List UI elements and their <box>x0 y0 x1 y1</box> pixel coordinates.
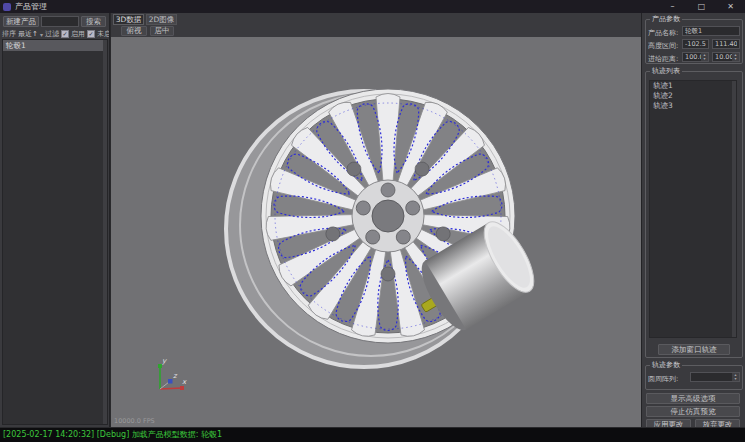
axis-x-label: x <box>182 378 187 386</box>
check-icon: ✓ <box>62 30 67 37</box>
feed-distance-label: 进给距离: <box>648 54 678 64</box>
sort-value-dropdown[interactable]: 最近↑ <box>18 29 38 39</box>
parameters-panel: 产品参数 产品名称: 高度区间: 进给距离: 100.00 ▴▾ 10.00 ▴… <box>641 13 745 427</box>
viewport-tab-bar: 3D数据 2D图像 俯视 居中 <box>111 13 641 37</box>
disabled-label: 未启用 <box>97 29 110 39</box>
height-max-input[interactable] <box>712 39 740 49</box>
tab-2d-image[interactable]: 2D图像 <box>146 14 177 25</box>
circular-array-label: 圆周阵列: <box>648 374 678 384</box>
list-item-product[interactable]: 轮毂1 <box>3 40 107 51</box>
height-range-label: 高度区间: <box>648 41 678 51</box>
disabled-checkbox[interactable]: ✓ <box>87 30 95 38</box>
app-icon <box>3 3 11 11</box>
product-name-label: 产品名称: <box>648 28 678 38</box>
close-button[interactable]: ✕ <box>716 0 745 13</box>
window-title: 产品管理 <box>15 0 47 13</box>
tab-3d-data[interactable]: 3D数据 <box>113 14 144 25</box>
title-bar: 产品管理 – □ ✕ <box>0 0 745 13</box>
add-track-button[interactable]: 添加窗口轨迹 <box>658 344 730 355</box>
axis-y-label: y <box>162 357 167 365</box>
maximize-icon: □ <box>698 2 706 11</box>
track-list-group: 轨迹列表 轨迹1 轨迹2 轨迹3 添加窗口轨迹 <box>645 71 743 358</box>
status-log-message: [2025-02-17 14:20:32] [Debug] 加载产品模型数据: … <box>3 430 222 439</box>
sort-label: 排序 <box>2 29 16 39</box>
product-name-input[interactable] <box>682 26 740 36</box>
discard-changes-button[interactable]: 放弃更改 <box>695 419 740 427</box>
new-product-button[interactable]: 新建产品 <box>3 16 39 27</box>
list-item-track[interactable]: 轨迹2 <box>650 91 736 101</box>
status-bar: [2025-02-17 14:20:32] [Debug] 加载产品模型数据: … <box>0 428 745 442</box>
center-view-button[interactable]: 居中 <box>150 26 174 36</box>
maximize-button[interactable]: □ <box>687 0 716 13</box>
height-min-input[interactable] <box>682 39 709 49</box>
viewport-3d[interactable]: y z x 10000.0 FPS <box>111 37 641 427</box>
product-panel: 新建产品 搜索 排序 最近↑ ▾ 过滤 ✓ 启用 ✓ 未启用 轮毂1 <box>0 13 110 427</box>
enabled-label: 启用 <box>71 29 85 39</box>
track-list-scrollbar[interactable] <box>732 81 736 337</box>
apply-changes-button[interactable]: 应用更改 <box>646 419 691 427</box>
spinner-arrows-icon[interactable]: ▴▾ <box>732 373 739 381</box>
track-list: 轨迹1 轨迹2 轨迹3 <box>649 80 737 338</box>
axis-gizmo: y z x <box>158 357 187 390</box>
minimize-icon: – <box>671 2 675 11</box>
product-params-group: 产品参数 产品名称: 高度区间: 进给距离: 100.00 ▴▾ 10.00 ▴… <box>645 19 743 64</box>
product-list: 轮毂1 <box>2 39 108 425</box>
feed-distance-spinner-2[interactable]: 10.00 ▴▾ <box>712 52 740 62</box>
track-params-group: 轨迹参数 圆周阵列: ▴▾ <box>645 365 743 390</box>
product-params-title: 产品参数 <box>650 15 682 24</box>
fps-counter: 10000.0 FPS <box>114 417 155 425</box>
list-item-track[interactable]: 轨迹1 <box>650 81 736 91</box>
search-button[interactable]: 搜索 <box>81 16 106 27</box>
top-view-button[interactable]: 俯视 <box>121 26 147 36</box>
spinner-arrows-icon[interactable]: ▴▾ <box>701 53 708 61</box>
spinner-arrows-icon[interactable]: ▴▾ <box>732 53 739 61</box>
track-params-title: 轨迹参数 <box>650 361 682 370</box>
show-advanced-button[interactable]: 显示高级选项 <box>646 393 740 404</box>
product-search-input[interactable] <box>41 16 79 27</box>
axis-z-arrow-icon <box>168 379 173 384</box>
axis-z-label: z <box>173 372 178 380</box>
check-icon: ✓ <box>88 30 93 37</box>
minimize-button[interactable]: – <box>658 0 687 13</box>
close-icon: ✕ <box>727 2 734 11</box>
circular-array-spinner[interactable]: ▴▾ <box>690 372 740 382</box>
enabled-checkbox[interactable]: ✓ <box>61 30 69 38</box>
product-list-scrollbar[interactable] <box>103 40 107 424</box>
center-bore <box>372 200 404 232</box>
feed-distance-spinner-1[interactable]: 100.00 ▴▾ <box>682 52 709 62</box>
window-controls: – □ ✕ <box>658 0 745 13</box>
filter-label: 过滤 <box>45 29 59 39</box>
axis-x-arrow-icon <box>180 386 184 390</box>
wheel-model-render: y z x 10000.0 FPS <box>111 37 641 427</box>
chevron-down-icon: ▾ <box>40 31 43 38</box>
list-item-track[interactable]: 轨迹3 <box>650 101 736 111</box>
track-list-title: 轨迹列表 <box>650 67 682 76</box>
stop-simulation-button[interactable]: 停止仿真预览 <box>646 406 740 417</box>
